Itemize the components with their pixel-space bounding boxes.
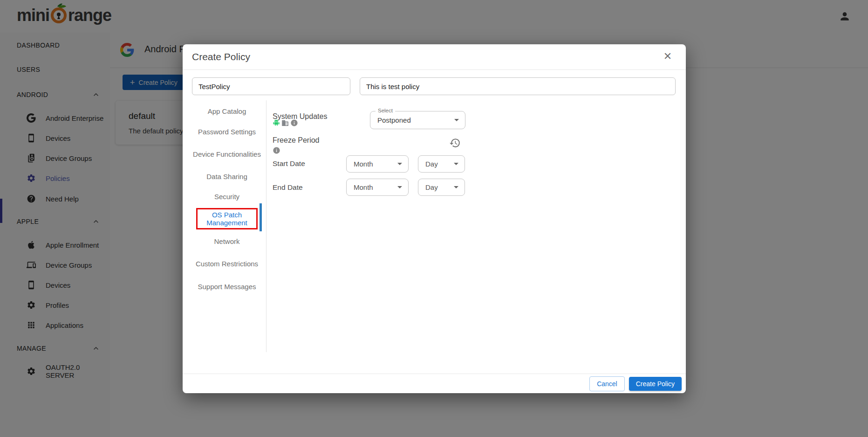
select-value: Postponed xyxy=(370,116,454,124)
modal-footer: Cancel Create Policy xyxy=(183,374,686,393)
active-tab-indicator xyxy=(260,203,262,231)
modal-title: Create Policy xyxy=(192,51,250,62)
modal-tab-support-messages[interactable]: Support Messages xyxy=(192,276,262,297)
cancel-button[interactable]: Cancel xyxy=(589,376,625,391)
modal-tab-security[interactable]: Security xyxy=(192,186,262,207)
policy-name-input[interactable] xyxy=(192,77,350,95)
start-date-label: Start Date xyxy=(273,159,305,168)
info-icon[interactable] xyxy=(290,119,298,127)
create-policy-modal: Create Policy ✕ App Catalog Password Set… xyxy=(183,44,686,393)
chevron-down-icon xyxy=(454,119,459,121)
android-icon xyxy=(273,119,280,127)
end-date-label: End Date xyxy=(273,183,303,192)
modal-tab-password-settings[interactable]: Password Settings xyxy=(192,121,262,142)
info-icon[interactable] xyxy=(273,146,280,154)
freeze-period-label: Freeze Period xyxy=(273,136,320,145)
modal-tab-network[interactable]: Network xyxy=(192,231,262,251)
select-floating-label: Select xyxy=(376,108,395,113)
system-updates-icons xyxy=(273,119,298,127)
chevron-down-icon xyxy=(454,163,458,165)
annotation-box xyxy=(196,208,258,229)
chevron-down-icon xyxy=(397,163,402,165)
enterprise-building-icon xyxy=(281,119,289,127)
close-icon[interactable]: ✕ xyxy=(662,50,674,62)
modal-tab-data-sharing[interactable]: Data Sharing xyxy=(192,166,262,187)
modal-tab-device-functionalities[interactable]: Device Functionalities xyxy=(192,144,262,164)
modal-tab-app-catalog[interactable]: App Catalog xyxy=(192,101,262,121)
start-day-select[interactable]: Day xyxy=(418,155,465,173)
system-updates-select[interactable]: Select Postponed xyxy=(370,111,465,129)
modal-header: Create Policy ✕ xyxy=(183,44,686,70)
chevron-down-icon xyxy=(454,186,458,188)
start-month-select[interactable]: Month xyxy=(346,155,409,173)
end-day-select[interactable]: Day xyxy=(418,179,465,196)
divider xyxy=(266,100,267,352)
modal-tab-custom-restrictions[interactable]: Custom Restrictions xyxy=(192,253,262,274)
chevron-down-icon xyxy=(397,186,402,188)
app-root: mini range DASHBOARD USERS ANDROID xyxy=(0,0,868,437)
create-policy-submit-button[interactable]: Create Policy xyxy=(629,377,682,391)
history-icon[interactable] xyxy=(449,137,461,149)
end-month-select[interactable]: Month xyxy=(346,179,409,196)
policy-description-input[interactable] xyxy=(360,77,676,95)
